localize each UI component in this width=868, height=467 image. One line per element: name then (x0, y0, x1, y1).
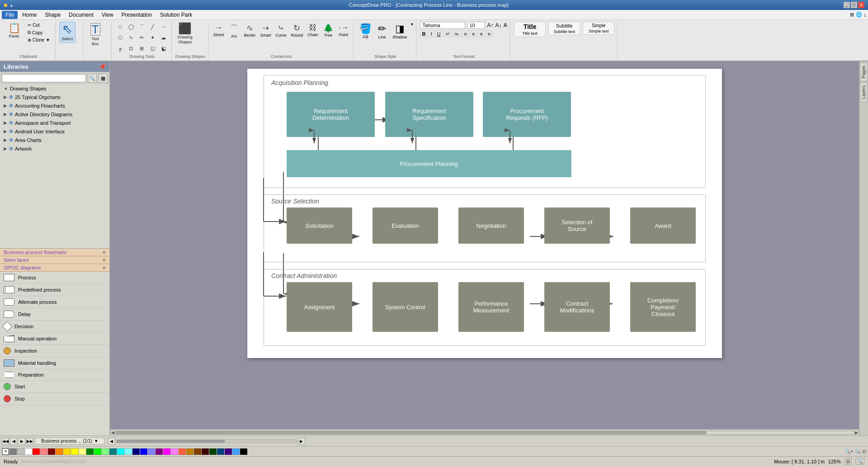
color-swatch-9[interactable] (79, 448, 86, 455)
shape-preparation[interactable]: Preparation (0, 369, 109, 381)
negotiation-box[interactable]: Negotiation (458, 208, 524, 244)
solicitation-box[interactable]: Solicitation (287, 208, 352, 244)
color-swatch-1[interactable] (17, 448, 24, 455)
hscroll-thumb[interactable] (116, 431, 706, 434)
lib-aerospace[interactable]: ▶ ⊕ Aerospace and Transport (0, 118, 109, 127)
cloud-shape-btn[interactable]: ☁ (159, 33, 169, 42)
performance-measurement-box[interactable]: PerformanceMeasurement (458, 282, 524, 332)
simple-text-btn[interactable]: Simple Simple text (583, 22, 614, 35)
menu-view[interactable]: View (98, 11, 117, 19)
d3-btn2[interactable]: ⊡ (126, 43, 136, 53)
search-button[interactable]: 🔍 (88, 74, 97, 83)
arc-connector-btn[interactable]: ⌒ Arc (227, 22, 241, 40)
sidebar-pin-icon[interactable]: 📌 (99, 63, 106, 70)
bold-btn[interactable]: B (420, 30, 427, 38)
round-connector-btn[interactable]: ↻ Round (289, 22, 304, 39)
page-tab[interactable]: Business process ... (1/1) ▼ (35, 438, 104, 444)
lib-accounting[interactable]: ▶ ⊕ Accounting Flowcharts (0, 101, 109, 110)
hscroll-left-btn[interactable]: ◀ (111, 430, 114, 435)
restore-btn[interactable]: □ (851, 2, 857, 8)
color-swatch-20[interactable] (163, 448, 170, 455)
lib-area-charts[interactable]: ▶ ⊕ Area Charts (0, 136, 109, 144)
curve-connector-btn[interactable]: ⤷ Curve (274, 22, 288, 39)
close-swim-btn[interactable]: ✕ (102, 258, 106, 263)
shape-material[interactable]: Material handling (0, 357, 109, 369)
shape-decision[interactable]: Decision (0, 321, 109, 333)
color-swatch-30[interactable] (240, 448, 247, 455)
underline-btn[interactable]: U (435, 30, 442, 38)
close-bpf-btn[interactable]: ✕ (102, 250, 106, 255)
bezier-connector-btn[interactable]: ∿ Bezier (243, 22, 257, 39)
assignment-box[interactable]: Assignment (287, 282, 352, 332)
subtitle-text-btn[interactable]: Subtitle Subtitle text (548, 22, 580, 35)
polygon-shape-btn[interactable]: ⬡ (115, 33, 125, 42)
prev-page-btn[interactable]: ◀ (10, 438, 17, 445)
color-swatch-16[interactable] (132, 448, 140, 455)
menu-presentation[interactable]: Presentation (118, 11, 156, 19)
menu-document[interactable]: Document (65, 11, 97, 19)
color-swatch-26[interactable] (209, 448, 217, 455)
line-shape-btn[interactable]: ╱ (148, 22, 158, 32)
font-name-input[interactable] (420, 22, 465, 29)
subscript-btn[interactable]: A₂ (453, 31, 461, 37)
color-swatch-5[interactable] (48, 448, 55, 455)
req-specification-box[interactable]: RequirementSpecification (385, 92, 473, 137)
zoom-in-btn[interactable]: 🔍+ (845, 449, 853, 454)
hscroll-right-btn[interactable]: ▶ (855, 430, 858, 435)
next-page-btn[interactable]: ▶ (18, 438, 25, 445)
hscroll-track[interactable] (115, 431, 854, 434)
color-swatch-0[interactable] (9, 448, 17, 455)
shape-alternate[interactable]: Alternate process (0, 296, 109, 308)
shape-stop[interactable]: Stop (0, 393, 109, 405)
font-grow-btn[interactable]: A↑ (487, 22, 493, 28)
quick-access-2[interactable]: 🌐 (856, 12, 862, 18)
color-swatch-7[interactable] (63, 448, 71, 455)
completion-box[interactable]: Completion/Payment/Closeout (630, 282, 696, 332)
cut-btn[interactable]: ✂ Cut (25, 22, 52, 28)
minimize-btn[interactable]: _ (844, 2, 850, 8)
canvas-hscroll[interactable]: ◀ ▶ (110, 429, 859, 435)
text-box-btn[interactable]: T TextBox (87, 22, 104, 48)
color-swatch-21[interactable] (171, 448, 178, 455)
color-swatch-15[interactable] (125, 448, 132, 455)
color-swatch-17[interactable] (140, 448, 147, 455)
color-swatch-2[interactable] (25, 448, 32, 455)
color-swatch-27[interactable] (217, 448, 224, 455)
lib-artwork[interactable]: ▶ ⊕ Artwork (0, 144, 109, 153)
menu-shape[interactable]: Shape (41, 11, 64, 19)
award-box[interactable]: Award (630, 208, 696, 244)
paste-btn[interactable]: 📋 Paste (5, 22, 24, 40)
d3-btn1[interactable]: ╔ (115, 43, 125, 53)
evaluation-box[interactable]: Evaluation (373, 208, 438, 244)
drawing-shapes-btn[interactable]: ⬛ DrawingShapes (175, 22, 195, 46)
chain-connector-btn[interactable]: ⛓ Chain (306, 22, 320, 38)
color-swatch-22[interactable] (179, 448, 186, 455)
italic-btn[interactable]: I (429, 30, 434, 38)
tree-connector-btn[interactable]: 🌲 Tree (321, 22, 335, 39)
system-control-box[interactable]: System Control (373, 282, 438, 332)
direct-connector-btn[interactable]: → Direct (212, 22, 226, 38)
shape-manual[interactable]: Manual operation (0, 333, 109, 345)
superscript-btn[interactable]: A² (443, 31, 451, 37)
rect-shape-btn[interactable]: □ (115, 22, 125, 32)
color-swatch-4[interactable] (40, 448, 47, 455)
color-swatch-25[interactable] (202, 448, 209, 455)
star-shape-btn[interactable]: ✦ (148, 33, 158, 42)
color-swatch-18[interactable] (148, 448, 155, 455)
arc-shape-btn[interactable]: ⌒ (137, 22, 147, 32)
first-page-btn[interactable]: ◀◀ (2, 438, 9, 445)
ellipse-shape-btn[interactable]: ◯ (126, 22, 136, 32)
contract-modifications-box[interactable]: ContractModifications (544, 282, 610, 332)
title-text-btn[interactable]: Title Title text (514, 22, 546, 37)
shape-predefined[interactable]: Predefined process (0, 284, 109, 296)
page-scrollbar-track[interactable] (116, 439, 297, 443)
color-swatch-6[interactable] (56, 448, 63, 455)
req-determination-box[interactable]: RequirementDetermination (287, 92, 375, 137)
lib-active-directory[interactable]: ▶ ⊕ Active Directory Diagrams (0, 110, 109, 118)
grid-view-button[interactable]: ▦ (99, 74, 108, 83)
zoom-fit-btn[interactable]: ⊡ (863, 449, 866, 454)
clone-btn[interactable]: ⊕ Clone ▼ (25, 37, 52, 43)
color-swatch-29[interactable] (232, 448, 240, 455)
selection-source-box[interactable]: Selection ofSource (544, 208, 610, 244)
page-scroll-left-btn[interactable]: ◀ (108, 438, 115, 445)
